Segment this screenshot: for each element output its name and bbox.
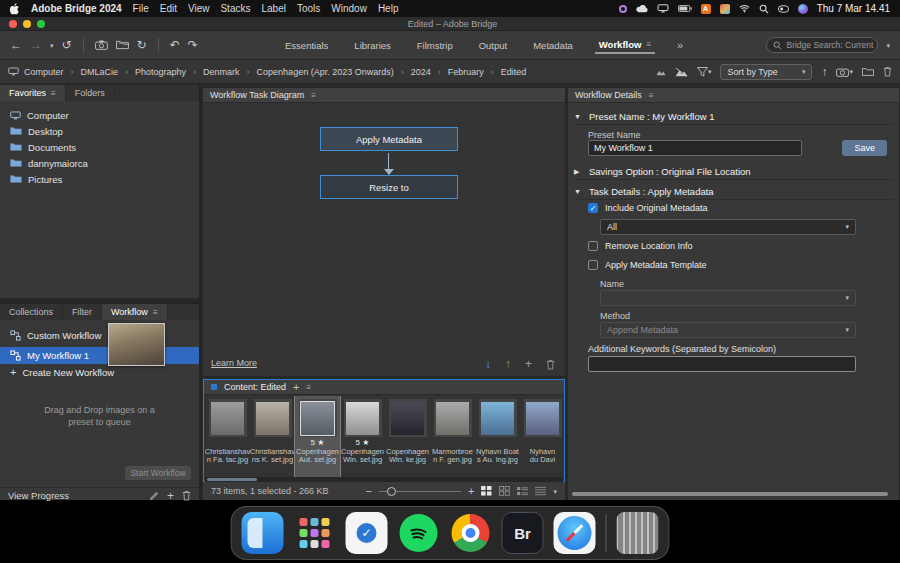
breadcrumb-2024[interactable]: 2024 [411, 67, 431, 77]
content-item-5[interactable]: Copenhagen Win. ke.jpg [385, 396, 430, 477]
edit-workflow-icon[interactable] [149, 491, 159, 501]
rotate-right-icon[interactable]: ↷ [188, 39, 198, 51]
collapse-triangle-icon[interactable]: ▼ [574, 113, 582, 120]
diagram-menu-icon[interactable]: ≡ [311, 91, 316, 100]
details-horizontal-scrollbar[interactable] [572, 492, 888, 496]
launchpad-dock-icon[interactable] [294, 512, 336, 554]
minimize-window-button[interactable] [23, 20, 31, 28]
adobe-bridge-dock-icon[interactable]: Br [502, 512, 544, 554]
content-item-6[interactable]: Marmorbroe n F. gen.jpg [430, 396, 475, 477]
zoom-out-icon[interactable]: − [366, 486, 372, 497]
create-new-workflow-button[interactable]: + Create New Workflow [0, 364, 199, 381]
control-center-icon[interactable] [778, 5, 789, 13]
content-item-2[interactable]: Christianshav ns K. set.jpg [250, 396, 295, 477]
breadcrumb-computer[interactable]: Computer [24, 67, 64, 77]
siri-icon[interactable] [798, 4, 808, 14]
chrome-dock-icon[interactable] [450, 512, 492, 554]
move-task-down-icon[interactable]: ↓ [485, 358, 491, 370]
content-item-1[interactable]: Christianshav n Fa. tac.jpg [205, 396, 250, 477]
tab-libraries[interactable]: Libraries [350, 38, 394, 53]
display-icon[interactable] [657, 4, 669, 13]
favorites-item-computer[interactable]: Computer [0, 107, 199, 123]
menu-view[interactable]: View [188, 3, 210, 14]
favorites-item-documents[interactable]: Documents [0, 139, 199, 155]
queued-image-thumbnail[interactable] [108, 323, 165, 366]
delete-workflow-icon[interactable] [182, 490, 191, 501]
preset-name-input[interactable] [588, 140, 802, 156]
tab-filter[interactable]: Filter [63, 304, 102, 320]
learn-more-link[interactable]: Learn More [211, 358, 257, 368]
thumbnail-quality-large-icon[interactable] [675, 67, 688, 77]
save-button[interactable]: Save [842, 140, 887, 156]
sort-ascending-icon[interactable]: ↑ [821, 66, 827, 78]
details-menu-icon[interactable]: ≡ [649, 91, 654, 100]
spotlight-search-icon[interactable] [759, 4, 769, 14]
move-task-up-icon[interactable]: ↑ [505, 358, 511, 370]
checkbox-unchecked-icon[interactable] [588, 241, 598, 251]
finder-dock-icon[interactable] [242, 512, 284, 554]
view-options-chevron-icon[interactable]: ▾ [553, 488, 557, 495]
tab-workflow[interactable]: Workflow≡ [595, 37, 655, 54]
search-options-chevron-icon[interactable]: ▾ [886, 42, 890, 49]
scrollbar-thumb[interactable] [207, 478, 257, 481]
breadcrumb-photography[interactable]: Photography [135, 67, 186, 77]
list-view-icon[interactable] [517, 486, 528, 496]
battery-icon[interactable] [678, 5, 692, 12]
breadcrumb-edited[interactable]: Edited [501, 67, 527, 77]
include-original-metadata-checkbox[interactable]: ✓ Include Original Metadata [588, 203, 708, 213]
favorites-item-dannymaiorca[interactable]: dannymaiorca [0, 155, 199, 171]
content-add-icon[interactable]: + [293, 382, 299, 393]
section-task-details[interactable]: ▼ Task Details : Apply Metadata [574, 184, 893, 200]
breadcrumb-dmlacie[interactable]: DMLaCie [81, 67, 119, 77]
workflow-item-custom[interactable]: Custom Workflow [0, 327, 199, 344]
rotate-left-icon[interactable]: ↶ [170, 39, 180, 51]
collapse-triangle-icon[interactable]: ▼ [574, 188, 582, 195]
checkbox-checked-icon[interactable]: ✓ [588, 203, 598, 213]
wifi-icon[interactable] [739, 4, 750, 13]
menu-label[interactable]: Label [261, 3, 285, 14]
camera-import-icon[interactable]: ▾ [836, 67, 853, 77]
additional-keywords-input[interactable] [588, 356, 856, 372]
section-preset-name[interactable]: ▼ Preset Name : My Workflow 1 [574, 109, 893, 125]
spotify-dock-icon[interactable] [398, 512, 440, 554]
start-workflow-button[interactable]: Start Workflow [125, 466, 191, 480]
photo-downloader-icon[interactable] [95, 40, 108, 50]
view-progress-link[interactable]: View Progress [8, 490, 69, 501]
trash-dock-icon[interactable] [617, 512, 659, 554]
adobe-cc-badge-icon[interactable]: A [701, 4, 711, 14]
content-item-8[interactable]: Nyhavn du Davi [520, 396, 563, 477]
workspace-menu-icon[interactable]: ≡ [646, 40, 651, 49]
checkbox-unchecked-icon[interactable] [588, 260, 598, 270]
tab-workflow-panel[interactable]: Workflow≡ [102, 304, 168, 320]
menu-file[interactable]: File [133, 3, 149, 14]
open-in-camera-raw-icon[interactable] [116, 40, 129, 50]
workflow-item-my-workflow-1[interactable]: My Workflow 1 [0, 347, 199, 364]
add-task-icon[interactable]: + [525, 358, 532, 370]
close-window-button[interactable] [9, 20, 17, 28]
tab-output[interactable]: Output [475, 38, 512, 53]
recent-locations-chevron-icon[interactable]: ▾ [50, 42, 54, 49]
expand-triangle-icon[interactable]: ▶ [574, 168, 582, 176]
add-workflow-icon[interactable]: + [167, 490, 174, 502]
menu-edit[interactable]: Edit [160, 3, 177, 14]
apple-logo-icon[interactable] [10, 3, 20, 15]
template-name-dropdown[interactable]: ▾ [600, 290, 856, 306]
tab-essentials[interactable]: Essentials [281, 38, 332, 53]
favorites-item-pictures[interactable]: Pictures [0, 171, 199, 187]
tab-filmstrip[interactable]: Filmstrip [413, 38, 457, 53]
tab-favorites[interactable]: Favorites≡ [0, 85, 66, 101]
content-item-4[interactable]: 5 ★ Copenhagen Win. set.jpg [340, 396, 385, 477]
sort-by-select[interactable]: Sort by Type ▾ [720, 64, 812, 80]
menu-stacks[interactable]: Stacks [220, 3, 250, 14]
details-view-icon[interactable] [535, 486, 546, 496]
zoom-in-icon[interactable]: + [468, 486, 474, 497]
thumbnail-size-slider[interactable] [379, 491, 461, 492]
grid-view-icon[interactable] [481, 486, 492, 496]
thumbnail-view-icon[interactable] [499, 486, 510, 496]
method-dropdown[interactable]: Append Metadata ▾ [600, 322, 856, 338]
thumbnail-quality-small-icon[interactable] [656, 68, 666, 76]
back-button[interactable]: ← [10, 39, 22, 51]
tab-metadata[interactable]: Metadata [529, 38, 577, 53]
breadcrumb-february[interactable]: February [448, 67, 484, 77]
workflow-panel-menu-icon[interactable]: ≡ [153, 308, 158, 317]
